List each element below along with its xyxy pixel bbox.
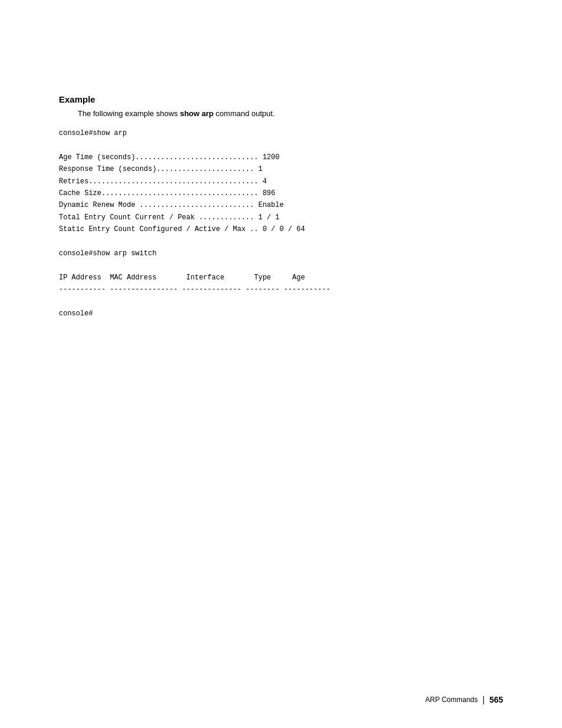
description-command: show arp (180, 109, 213, 118)
description-suffix: command output. (214, 109, 275, 118)
footer-page-number: 565 (490, 695, 503, 704)
footer-section: ARP Commands (425, 696, 478, 704)
page-footer: ARP Commands | 565 (425, 695, 503, 704)
example-heading: Example (59, 94, 503, 104)
description-prefix: The following example shows (78, 109, 180, 118)
code-block: console#show arp Age Time (seconds).....… (59, 127, 503, 319)
page-content: Example The following example shows show… (0, 0, 562, 367)
example-description: The following example shows show arp com… (78, 109, 503, 118)
footer-separator: | (482, 695, 485, 704)
example-section: Example The following example shows show… (59, 94, 503, 319)
